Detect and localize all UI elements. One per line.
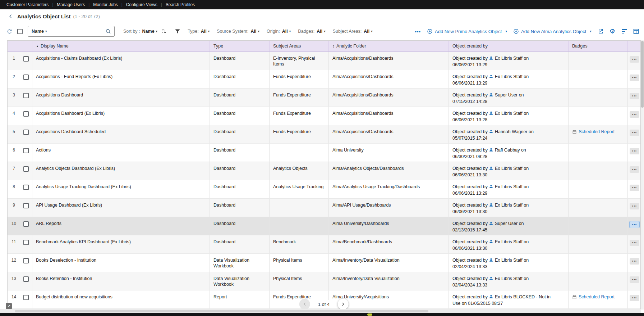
previous-page-button[interactable]: [299, 299, 310, 310]
expand-button[interactable]: ↗: [6, 303, 12, 309]
filter-origin[interactable]: Origin: All ▾: [267, 29, 291, 34]
export-button[interactable]: [598, 28, 603, 34]
row-checkbox[interactable]: [23, 130, 29, 135]
column-header-analytic-folder[interactable]: ↕ Analytic Folder: [329, 41, 449, 51]
search-field-selector[interactable]: Name ▾: [28, 29, 49, 34]
row-checkbox[interactable]: [23, 185, 29, 190]
search-button[interactable]: [102, 28, 114, 34]
row-more-actions-button[interactable]: •••: [630, 130, 639, 136]
nav-monitor-jobs[interactable]: Monitor Jobs: [89, 2, 121, 7]
row-more-actions-button[interactable]: •••: [630, 221, 639, 228]
next-page-button[interactable]: [337, 299, 348, 310]
settings-button[interactable]: ⚙: [610, 28, 615, 35]
table-row[interactable]: 11 Benchmark Analytics KPI Dashboard (Ex…: [8, 235, 640, 254]
row-checkbox[interactable]: [23, 258, 29, 263]
filter-badges[interactable]: Badges: All ▾: [298, 29, 325, 34]
table-row[interactable]: 9 API Usage Dashboard (Ex Libris) Dashbo…: [8, 199, 640, 217]
display-name-cell[interactable]: Budget distribution of new acquisitions: [32, 290, 210, 308]
vertical-scrollbar-thumb[interactable]: [641, 41, 644, 108]
display-name-cell[interactable]: Acquisitions Dashboard Scheduled: [32, 125, 210, 143]
column-label: Subject Areas: [273, 44, 301, 49]
display-name-cell[interactable]: API Usage Dashboard (Ex Libris): [32, 199, 210, 217]
filter-source-system[interactable]: Source System: All ▾: [217, 29, 259, 34]
row-checkbox[interactable]: [23, 221, 29, 227]
row-more-actions-button[interactable]: •••: [630, 258, 639, 265]
row-more-actions-button[interactable]: •••: [630, 240, 639, 246]
display-name-cell[interactable]: ARL Reports: [32, 217, 210, 235]
scheduled-report-badge[interactable]: Scheduled Report: [572, 294, 615, 300]
display-name-cell[interactable]: Actions: [32, 144, 210, 162]
row-checkbox[interactable]: [23, 240, 29, 245]
add-new-primo-analytics-object-button[interactable]: Add New Primo Analytics Object ▾: [427, 28, 507, 34]
table-row[interactable]: 1 Acquisitions - Claims Dashboard (Ex Li…: [8, 52, 640, 70]
row-more-actions-button[interactable]: •••: [630, 276, 639, 283]
table-row[interactable]: 4 Acquisitions Dashboard (Ex Libris) Das…: [8, 107, 640, 125]
created-by-cell: Object created by Ex Libris Staff on 06/…: [449, 52, 569, 70]
search-input[interactable]: [49, 27, 102, 36]
row-checkbox-cell: [20, 89, 32, 107]
row-checkbox[interactable]: [23, 166, 29, 172]
table-view-button[interactable]: [633, 28, 639, 34]
filter-type[interactable]: Type: All ▾: [188, 29, 210, 34]
filter-button[interactable]: [175, 28, 180, 34]
row-more-actions-button[interactable]: •••: [630, 93, 639, 99]
more-actions-button[interactable]: •••: [415, 29, 421, 34]
row-more-actions-button[interactable]: •••: [630, 148, 639, 154]
row-more-actions-button[interactable]: •••: [630, 75, 639, 81]
display-name-cell[interactable]: Books Retention - Institution: [32, 272, 210, 290]
display-name-cell[interactable]: Analytics Objects Dashboard (Ex Libris): [32, 162, 210, 180]
nav-manage-users[interactable]: Manage Users: [53, 2, 88, 7]
row-checkbox[interactable]: [23, 75, 29, 80]
nav-customer-parameters[interactable]: Customer Parameters: [6, 2, 52, 7]
horizontal-scrollbar-thumb[interactable]: [15, 310, 428, 312]
display-name-cell[interactable]: Acquisitions - Claims Dashboard (Ex Libr…: [32, 52, 210, 70]
table-row[interactable]: 2 Acquisitions - Fund Reports (Ex Libris…: [8, 70, 640, 89]
display-name-cell[interactable]: Acquisitions - Fund Reports (Ex Libris): [32, 70, 210, 88]
table-row[interactable]: 6 Actions Dashboard Alma University Obje…: [8, 144, 640, 162]
table-row[interactable]: 12 Books Deselection - Institution Data …: [8, 254, 640, 272]
add-new-alma-analytics-object-button[interactable]: Add New Alma Analytics Object ▾: [513, 28, 592, 34]
row-more-actions-button[interactable]: •••: [630, 203, 639, 209]
display-name-cell[interactable]: Acquisitions Dashboard (Ex Libris): [32, 107, 210, 125]
nav-configure-views[interactable]: Configure Views: [123, 2, 161, 7]
nav-search-profiles[interactable]: Search Profiles: [162, 2, 198, 7]
display-name-cell[interactable]: Analytics Usage Tracking Dashboard (Ex L…: [32, 180, 210, 198]
display-name-cell[interactable]: Acquisitions Dashboard: [32, 89, 210, 107]
refresh-button[interactable]: [6, 28, 13, 35]
table-row[interactable]: 8 Analytics Usage Tracking Dashboard (Ex…: [8, 180, 640, 199]
display-name-cell[interactable]: Benchmark Analytics KPI Dashboard (Ex Li…: [32, 235, 210, 253]
column-header-badges[interactable]: Badges: [569, 41, 628, 51]
created-prefix: Object created by: [452, 221, 488, 226]
created-on-word: on: [524, 203, 529, 208]
row-checkbox[interactable]: [23, 203, 29, 208]
table-row[interactable]: 3 Acquisitions Dashboard Dashboard Funds…: [8, 89, 640, 107]
row-more-actions-button[interactable]: •••: [630, 166, 639, 173]
row-more-actions-button[interactable]: •••: [630, 295, 639, 301]
table-row[interactable]: 7 Analytics Objects Dashboard (Ex Libris…: [8, 162, 640, 180]
table-row[interactable]: 5 Acquisitions Dashboard Scheduled Dashb…: [8, 125, 640, 144]
scheduled-report-badge[interactable]: Scheduled Report: [572, 129, 615, 135]
row-more-actions-button[interactable]: •••: [630, 56, 639, 63]
sort-direction-button[interactable]: [161, 28, 167, 34]
table-row[interactable]: 13 Books Retention - Institution Data Vi…: [8, 272, 640, 290]
sort-value[interactable]: Name: [142, 29, 155, 34]
row-checkbox[interactable]: [23, 295, 29, 300]
select-all-checkbox[interactable]: [17, 29, 23, 34]
display-name-cell[interactable]: Books Deselection - Institution: [32, 254, 210, 272]
row-more-actions-button[interactable]: •••: [630, 111, 639, 118]
column-header-object-created-by[interactable]: Object created by: [449, 41, 569, 51]
row-checkbox[interactable]: [23, 56, 29, 62]
list-view-button[interactable]: [621, 28, 627, 34]
row-checkbox[interactable]: [23, 276, 29, 282]
row-more-actions-button[interactable]: •••: [630, 185, 639, 191]
row-checkbox[interactable]: [23, 111, 29, 117]
column-header-subject-areas[interactable]: Subject Areas: [270, 41, 329, 51]
row-checkbox[interactable]: [23, 148, 29, 153]
filter-label: Source System:: [217, 29, 248, 34]
column-header-type[interactable]: Type: [210, 41, 270, 51]
table-row[interactable]: 10 ARL Reports Dashboard Alma University…: [8, 217, 640, 235]
filter-subject-areas[interactable]: Subject Areas: All ▾: [333, 29, 373, 34]
back-button[interactable]: [6, 12, 15, 21]
row-checkbox[interactable]: [23, 93, 29, 98]
column-header-display-name[interactable]: ▲ Display Name: [32, 41, 210, 51]
